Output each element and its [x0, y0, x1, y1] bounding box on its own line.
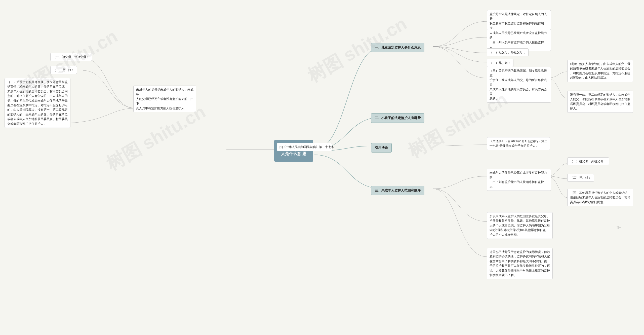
left-main-text: 未成年人的父母是未成年人的监护人。未成年人的父母已经死亡或者没有监护能力的，由下…: [133, 86, 196, 112]
branch3-sub3: （三）其他愿意担任监护人的个人或者组织，但是须经未成年人住所地的居民委员会、村民…: [567, 189, 633, 206]
branch3-sub1: （一）祖父母、外祖父母：: [567, 157, 609, 165]
branch1-child3: （一）祖父母、外祖父母；: [487, 48, 529, 56]
left-sub3: （三）关系密切的其他亲属、朋友愿意承担监护责任，经未成年人的父、母的所在单位或未…: [5, 78, 70, 128]
branch1-dispute2: 没有第一款、第二款规定的监护人，由未成年人的父、母的所在单位或者未成年人住所地的…: [567, 91, 633, 113]
branch3-child1: 未成年人的父母已经死亡或者没有监护能力的，由下列有监护能力的人按顺序担任监护人：: [487, 169, 551, 191]
left-sub1: （一）祖父母、外祖父母；: [50, 53, 92, 61]
branch-2-label: 二、小孩子的法定监护人有哪些: [371, 113, 424, 123]
branch1-child5: （三）关系密切的其他亲属、朋友愿意承担监护责任，经未成年人的父、母的所在单位或者…: [487, 67, 551, 103]
left-sub2: （二）兄、姐：: [50, 66, 77, 74]
branch1-child2: 未成年人的父母已经死亡或者没有监护能力的，由下列人员中有监护能力的人担任监护人：: [487, 29, 551, 51]
branch1-child4: （二）兄、姐；: [487, 59, 513, 67]
te-label: tE: [617, 225, 621, 231]
branch-1-label: 一、儿童法定监护人是什么意思: [371, 43, 424, 52]
law-content: 《民法典》（自2021年1月1日起施行）第二十七条 父母是未成年子女的监护人。: [487, 137, 550, 150]
branch3-child2: 所以未成年人监护人的范围主要就是其父母、祖父母和外祖父母、兄姐、其他愿意担任监护…: [487, 212, 553, 239]
branch3-sub2: （二）兄、姐：: [567, 174, 594, 182]
law-ref: [1]《中华人民共和国民法典》第二十七条: [277, 143, 332, 151]
branch1-dispute1: 对担任监护人有争议的，由未成年人的父、母的所在单位或者未成年人住所地的居民委员会…: [567, 60, 633, 82]
branch3-child3: 这里也不清楚关于意定监护的实际情况，但涉及到监护协议的话，监护协议书的写法和大家…: [487, 248, 553, 279]
branch-law-label: 引用法条: [371, 143, 392, 153]
branch-3-label: 三、未成年人监护人范围和顺序: [371, 186, 424, 195]
